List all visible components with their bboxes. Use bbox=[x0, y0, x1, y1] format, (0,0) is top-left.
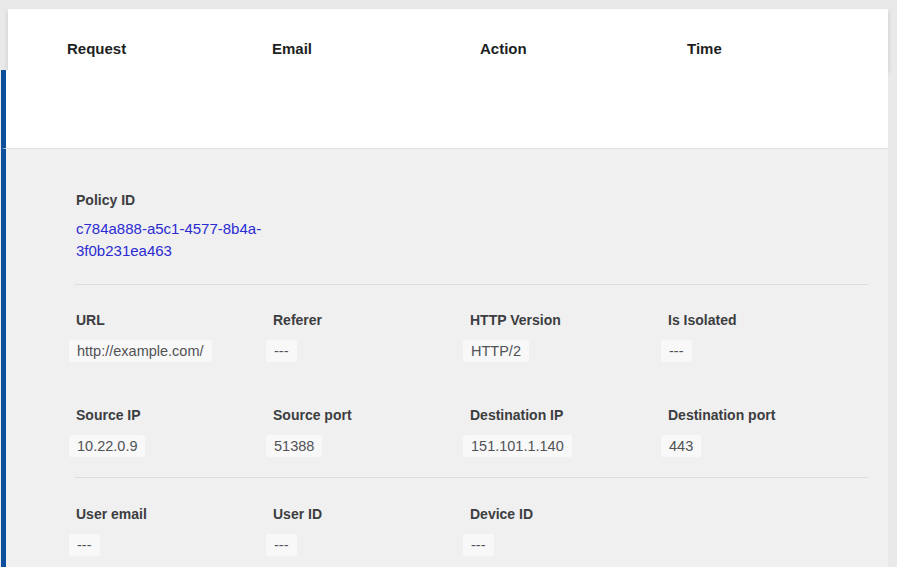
field-device-id-label: Device ID bbox=[470, 506, 665, 523]
field-user-email-value: --- bbox=[69, 534, 100, 556]
field-referer: Referer --- bbox=[273, 312, 468, 362]
field-is-isolated-value: --- bbox=[661, 340, 692, 362]
field-url-label: URL bbox=[76, 312, 271, 329]
field-source-port-value: 51388 bbox=[266, 435, 322, 457]
field-source-port: Source port 51388 bbox=[273, 407, 468, 457]
field-http-version: HTTP Version HTTP/2 bbox=[470, 312, 665, 362]
log-row[interactable]: example.com BLOCK May 11 2022 • 10:29:31… bbox=[1, 70, 888, 148]
field-device-id-value: --- bbox=[463, 534, 494, 556]
field-source-port-label: Source port bbox=[273, 407, 468, 424]
field-source-ip-value: 10.22.0.9 bbox=[69, 435, 145, 457]
field-is-isolated: Is Isolated --- bbox=[668, 312, 863, 362]
column-header-action: Action bbox=[480, 40, 527, 57]
field-destination-port: Destination port 443 bbox=[668, 407, 863, 457]
field-url: URL http://example.com/ bbox=[76, 312, 271, 362]
field-user-id-value: --- bbox=[266, 534, 297, 556]
field-referer-label: Referer bbox=[273, 312, 468, 329]
field-source-ip: Source IP 10.22.0.9 bbox=[76, 407, 271, 457]
field-destination-ip-value: 151.101.1.140 bbox=[463, 435, 572, 457]
request-log-page: Request Email Action Time example.com BL… bbox=[0, 0, 897, 567]
column-header-email: Email bbox=[272, 40, 312, 57]
column-header-request: Request bbox=[67, 40, 126, 57]
field-destination-port-value: 443 bbox=[661, 435, 701, 457]
detail-divider bbox=[75, 477, 868, 478]
policy-id-link[interactable]: c784a888-a5c1-4577-8b4a-3f0b231ea463 bbox=[76, 218, 281, 261]
table-header: Request Email Action Time bbox=[8, 9, 888, 70]
field-destination-ip-label: Destination IP bbox=[470, 407, 665, 424]
field-destination-port-label: Destination port bbox=[668, 407, 863, 424]
detail-divider bbox=[75, 284, 868, 285]
field-user-id-label: User ID bbox=[273, 506, 468, 523]
policy-id-label: Policy ID bbox=[76, 192, 306, 209]
column-header-time: Time bbox=[687, 40, 722, 57]
field-user-email-label: User email bbox=[76, 506, 271, 523]
field-device-id: Device ID --- bbox=[470, 506, 665, 556]
field-referer-value: --- bbox=[266, 340, 297, 362]
field-user-email: User email --- bbox=[76, 506, 271, 556]
field-http-version-value: HTTP/2 bbox=[463, 340, 529, 362]
field-policy-id: Policy ID c784a888-a5c1-4577-8b4a-3f0b23… bbox=[76, 192, 306, 261]
field-user-id: User ID --- bbox=[273, 506, 468, 556]
field-http-version-label: HTTP Version bbox=[470, 312, 665, 329]
field-url-value: http://example.com/ bbox=[69, 340, 212, 362]
field-source-ip-label: Source IP bbox=[76, 407, 271, 424]
field-is-isolated-label: Is Isolated bbox=[668, 312, 863, 329]
field-destination-ip: Destination IP 151.101.1.140 bbox=[470, 407, 665, 457]
row-detail-panel: Policy ID c784a888-a5c1-4577-8b4a-3f0b23… bbox=[1, 148, 888, 567]
